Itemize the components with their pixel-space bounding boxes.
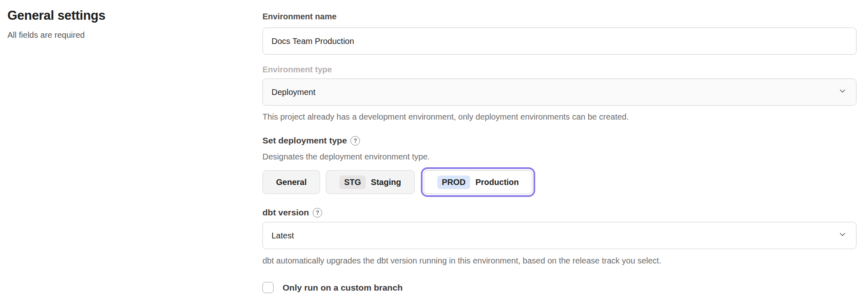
chevron-down-icon	[838, 230, 847, 241]
help-icon[interactable]: ?	[313, 208, 322, 217]
environment-type-value: Deployment	[272, 88, 316, 97]
deployment-type-section: Set deployment type ?	[262, 135, 856, 146]
deployment-type-general-button[interactable]: General	[262, 170, 320, 194]
environment-type-label: Environment type	[262, 65, 856, 74]
dbt-version-value: Latest	[272, 231, 294, 240]
deployment-type-options: General STG Staging PROD Production	[262, 170, 856, 194]
settings-header: General settings All fields are required	[7, 8, 238, 40]
deployment-type-general-label: General	[276, 178, 306, 187]
page-subtitle: All fields are required	[7, 30, 238, 40]
custom-branch-checkbox[interactable]	[262, 282, 274, 293]
custom-branch-label[interactable]: Only run on a custom branch	[283, 283, 403, 293]
dbt-version-section: dbt version ?	[262, 207, 856, 218]
general-settings-page: General settings All fields are required…	[0, 0, 868, 305]
deployment-type-staging-button[interactable]: STG Staging	[326, 170, 414, 194]
deployment-type-production-label: Production	[476, 178, 519, 187]
deployment-type-production-button[interactable]: PROD Production	[424, 170, 532, 194]
chevron-down-icon	[838, 87, 847, 98]
environment-name-input[interactable]	[262, 28, 856, 55]
production-badge: PROD	[437, 176, 470, 189]
dbt-version-select[interactable]: Latest	[262, 222, 856, 249]
help-icon[interactable]: ?	[350, 136, 360, 146]
deployment-type-helper: Designates the deployment environment ty…	[262, 152, 856, 162]
environment-type-select[interactable]: Deployment	[262, 79, 856, 106]
deployment-type-label: Set deployment type	[262, 135, 347, 146]
dbt-version-helper: dbt automatically upgrades the dbt versi…	[262, 256, 856, 266]
deployment-type-staging-label: Staging	[371, 178, 401, 187]
settings-form: Environment name Environment type Deploy…	[262, 12, 856, 293]
custom-branch-row: Only run on a custom branch	[262, 282, 856, 293]
staging-badge: STG	[339, 176, 365, 189]
environment-type-helper: This project already has a development e…	[262, 112, 856, 122]
environment-name-label: Environment name	[262, 12, 856, 21]
page-title: General settings	[7, 8, 238, 23]
dbt-version-label: dbt version	[262, 207, 309, 218]
